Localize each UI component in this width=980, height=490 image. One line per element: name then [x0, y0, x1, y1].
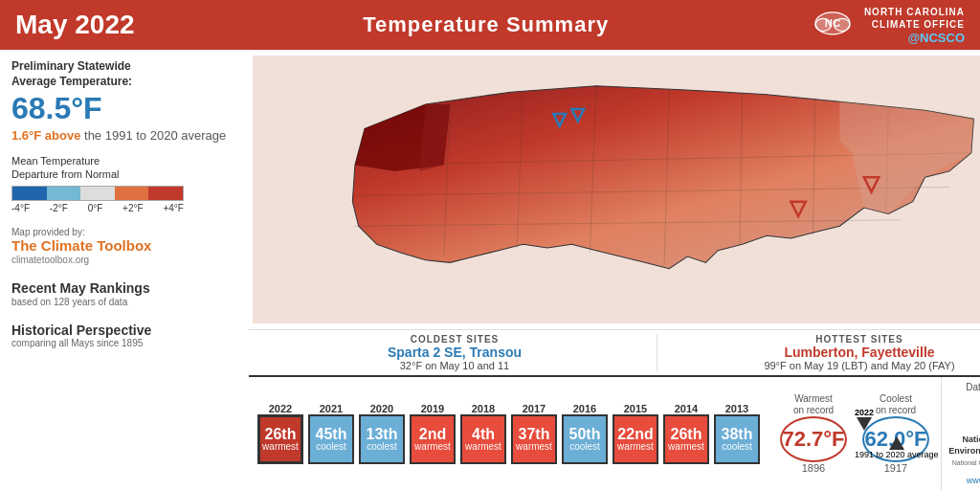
map-credit: Map provided by: The Climate Toolbox cli…	[11, 227, 237, 265]
rank-col-2020: 202013thcoolest	[358, 403, 406, 464]
rank-number: 13th	[367, 427, 398, 442]
hist-warmest: Warmest on record 72.7°F 1896	[780, 393, 847, 474]
page-subtitle: Temperature Summary	[164, 12, 809, 37]
rank-col-2014: 201426thwarmest	[662, 403, 710, 464]
hottest-site-col: HOTTEST SITES Lumberton, Fayetteville 99…	[657, 334, 980, 371]
legend-cold-2	[47, 187, 81, 200]
hist-warmest-label: Warmest on record	[780, 393, 847, 416]
legend-labels: -4°F -2°F 0°F +2°F +4°F	[11, 203, 184, 213]
avg-temp-section: Preliminary Statewide Average Temperatur…	[11, 59, 237, 143]
rank-type-label: warmest	[414, 442, 451, 452]
rank-number: 37th	[519, 427, 550, 442]
rank-box-2015: 22ndwarmest	[612, 414, 658, 464]
rank-box-2022: 26thwarmest	[257, 414, 303, 464]
nc-map-container	[253, 56, 980, 323]
svg-text:NC: NC	[825, 17, 841, 29]
legend-label-minus4: -4°F	[11, 203, 30, 213]
hist-coolest: Coolest on record 62.0°F 1917	[862, 393, 929, 474]
rank-type-label: warmest	[465, 442, 501, 452]
rank-number: 26th	[265, 427, 297, 442]
rank-col-2021: 202145thcoolest	[307, 403, 355, 464]
rank-number: 2nd	[419, 427, 446, 442]
rank-number: 4th	[472, 427, 495, 442]
rank-year-label: 2021	[320, 403, 343, 414]
rankings-section-label: Recent May Rankings based on 128 years o…	[11, 280, 237, 307]
rank-type-label: coolest	[722, 442, 752, 452]
avg-temp-value: 68.5°F	[11, 91, 237, 126]
legend-bar	[11, 186, 184, 201]
hottest-label: HOTTEST SITES	[665, 334, 980, 345]
org-name: NORTH CAROLINA CLIMATE OFFICE	[864, 6, 965, 31]
rank-col-2016: 201650thcoolest	[561, 403, 609, 464]
rank-col-2018: 20184thwarmest	[459, 403, 507, 464]
rank-box-2018: 4thwarmest	[460, 414, 506, 464]
hist-2022-marker: 2022	[855, 408, 874, 431]
rank-type-label: coolest	[569, 442, 600, 452]
avg-temp-delta: 1.6°F above the 1991 to 2020 average	[11, 128, 237, 143]
left-panel: Preliminary Statewide Average Temperatur…	[0, 50, 249, 490]
rank-col-2015: 201522ndwarmest	[612, 403, 659, 464]
rank-box-2013: 38thcoolest	[714, 414, 760, 464]
rank-type-label: warmest	[617, 442, 654, 452]
rankings-strip: 202226thwarmest202145thcoolest202013thco…	[249, 377, 768, 490]
rank-year-label: 2013	[725, 403, 748, 414]
data-credit-label: Data provided by:	[966, 382, 980, 392]
rank-number: 26th	[671, 427, 702, 442]
rank-box-2019: 2ndwarmest	[410, 414, 456, 464]
logo-text-block: NORTH CAROLINA CLIMATE OFFICE @NCSCO	[864, 6, 965, 45]
ncei-name: National Centers for Environmental Infor…	[948, 434, 980, 457]
map-and-sites	[249, 50, 980, 325]
main-content: Preliminary Statewide Average Temperatur…	[0, 50, 980, 490]
coldest-site-col: COLDEST SITES Sparta 2 SE, Transou 32°F …	[253, 334, 657, 371]
historical-title: Historical Perspective	[11, 323, 237, 339]
hist-avg-label: 1991 to 2020 average	[855, 450, 939, 459]
rank-number: 45th	[316, 427, 347, 442]
logo-area: NC NORTH CAROLINA CLIMATE OFFICE @NCSCO	[809, 6, 965, 45]
rank-number: 38th	[722, 427, 753, 442]
rank-box-2016: 50thcoolest	[562, 414, 608, 464]
page-title: May 2022	[15, 10, 135, 40]
climate-toolbox-link[interactable]: The Climate Toolbox	[11, 237, 237, 255]
nc-climate-logo: NC	[809, 8, 857, 42]
legend-label-zero: 0°F	[88, 203, 103, 213]
rank-box-2014: 26thwarmest	[663, 414, 709, 464]
hist-warmest-year: 1896	[780, 462, 847, 474]
rankings-subtitle: based on 128 years of data	[11, 297, 237, 307]
hottest-site-name: Lumberton, Fayetteville	[665, 345, 980, 360]
twitter-handle: @NCSCO	[864, 31, 965, 45]
rank-type-label: warmest	[262, 442, 299, 452]
rank-type-label: warmest	[516, 442, 552, 452]
legend-label-plus4: +4°F	[163, 203, 184, 213]
rank-type-label: warmest	[668, 442, 704, 452]
coldest-site-detail: 32°F on May 10 and 11	[260, 360, 649, 371]
rank-year-label: 2019	[421, 403, 444, 414]
rank-type-label: coolest	[367, 442, 397, 452]
rank-year-label: 2014	[675, 403, 698, 414]
ncei-subtitle: National Oceanic and Atmospheric Adminis…	[949, 459, 980, 474]
hist-2022-label: 2022	[855, 408, 874, 417]
rank-col-2022: 202226thwarmest	[256, 403, 304, 464]
rank-box-2021: 45thcoolest	[308, 414, 354, 464]
hist-warmest-temp: 72.7°F	[780, 416, 847, 462]
rank-type-label: coolest	[316, 442, 346, 452]
rank-box-2020: 13thcoolest	[359, 414, 405, 464]
legend-cold-4	[12, 187, 47, 200]
legend-label-plus2: +2°F	[122, 203, 144, 213]
hist-2022-arrow	[857, 417, 872, 431]
data-credit: Data provided by: NOAA National Centers …	[941, 377, 980, 490]
page-header: May 2022 Temperature Summary NC NORTH CA…	[0, 0, 980, 50]
rank-year-label: 2017	[523, 403, 546, 414]
hottest-site-detail: 99°F on May 19 (LBT) and May 20 (FAY)	[665, 360, 980, 371]
nc-map-svg	[253, 56, 980, 323]
hist-coolest-year: 1917	[862, 462, 929, 474]
rank-col-2017: 201737thwarmest	[510, 403, 558, 464]
legend-title: Mean TemperatureDeparture from Normal	[11, 154, 237, 182]
legend-box: Mean TemperatureDeparture from Normal -4…	[11, 154, 237, 213]
legend-neutral	[80, 187, 115, 200]
legend-label-minus2: -2°F	[50, 203, 68, 213]
rank-col-2019: 20192ndwarmest	[409, 403, 457, 464]
coldest-site-name: Sparta 2 SE, Transou	[260, 345, 649, 360]
hist-avg-arrow	[889, 436, 904, 450]
rankings-title: Recent May Rankings	[11, 280, 237, 297]
climate-toolbox-url: climatetoolbox.org	[11, 255, 237, 265]
